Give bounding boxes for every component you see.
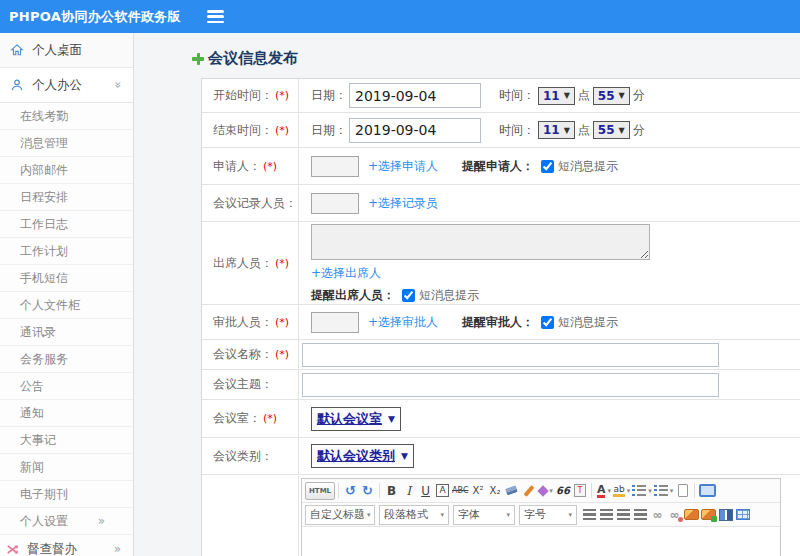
meeting-topic-input[interactable]	[302, 373, 719, 397]
font-family-select[interactable]: 字体▾	[453, 505, 515, 525]
sms-label: 短消息提示	[558, 314, 618, 331]
end-minute-select[interactable]: 55▼	[593, 121, 630, 139]
meeting-form: 开始时间：(*) 日期： 时间： 11▼ 点 55▼ 分 结束时间：(*) 日期…	[201, 78, 800, 556]
align-left-icon[interactable]	[581, 506, 598, 524]
new-page-icon[interactable]	[674, 482, 691, 500]
remove-link-icon[interactable]: ∞	[666, 506, 683, 524]
upload-image-icon[interactable]	[700, 506, 717, 524]
attendees-textarea[interactable]	[311, 224, 650, 260]
sidebar-item-personal-desktop[interactable]: 个人桌面	[0, 33, 133, 68]
sidebar-item-message-management[interactable]: 消息管理	[0, 130, 133, 157]
hour-unit-label: 点	[578, 122, 590, 139]
sidebar-item-sms[interactable]: 手机短信	[0, 265, 133, 292]
superscript-icon[interactable]: X²	[469, 482, 486, 500]
insert-image-icon[interactable]	[683, 506, 700, 524]
font-size-select[interactable]: 字号▾	[519, 505, 577, 525]
field-label: 会议记录人员：	[213, 195, 297, 212]
select-caret-icon: ▼	[619, 91, 625, 100]
sidebar-item-internal-mail[interactable]: 内部邮件	[0, 157, 133, 184]
meeting-name-input[interactable]	[302, 343, 719, 367]
sidebar-item-schedule[interactable]: 日程安排	[0, 184, 133, 211]
editor-content-area[interactable]	[302, 527, 780, 556]
sms-label: 短消息提示	[419, 287, 479, 304]
sidebar-item-personal-settings[interactable]: 个人设置 »	[0, 508, 133, 535]
approver-input[interactable]	[311, 312, 359, 333]
field-label: 开始时间：	[213, 87, 273, 104]
start-date-input[interactable]	[349, 83, 481, 108]
required-mark: (*)	[275, 348, 289, 361]
paragraph-format-select[interactable]: 段落格式▾	[379, 505, 449, 525]
highlight-color-icon[interactable]: ab▾	[612, 482, 631, 500]
start-hour-select[interactable]: 11▼	[538, 87, 575, 105]
sms-label: 短消息提示	[558, 158, 618, 175]
eraser-icon[interactable]	[503, 482, 520, 500]
insert-link-icon[interactable]: ∞	[649, 506, 666, 524]
applicant-input[interactable]	[311, 156, 359, 177]
field-label: 会议主题：	[213, 376, 273, 393]
align-justify-icon[interactable]	[632, 506, 649, 524]
hour-value: 11	[543, 123, 560, 137]
underline-icon[interactable]: U	[417, 482, 434, 500]
sidebar-item-announcement[interactable]: 公告	[0, 373, 133, 400]
choose-applicant-link[interactable]: +选择申请人	[368, 158, 438, 175]
form-row-start-time: 开始时间：(*) 日期： 时间： 11▼ 点 55▼ 分	[202, 79, 800, 113]
sidebar-item-work-log[interactable]: 工作日志	[0, 211, 133, 238]
remind-approver-label: 提醒审批人：	[462, 314, 534, 331]
border-text-icon[interactable]: A	[436, 484, 448, 497]
time-label: 时间：	[499, 87, 535, 104]
field-label: 会议名称：	[213, 346, 273, 363]
choose-attendees-link[interactable]: +选择出席人	[311, 265, 381, 282]
auto-format-icon[interactable]: ▾	[537, 482, 554, 500]
end-hour-select[interactable]: 11▼	[538, 121, 575, 139]
subscript-icon[interactable]: X₂	[486, 482, 503, 500]
choose-recorder-link[interactable]: +选择记录员	[368, 195, 438, 212]
sidebar-item-supervision[interactable]: 督查督办 »	[0, 535, 133, 556]
align-center-icon[interactable]	[598, 506, 615, 524]
format-painter-icon[interactable]	[520, 482, 537, 500]
sidebar-item-personal-file-cabinet[interactable]: 个人文件柜	[0, 292, 133, 319]
add-plus-icon	[191, 52, 205, 66]
redo-icon[interactable]: ↻	[359, 482, 376, 500]
font-color-icon[interactable]: A▾	[595, 482, 612, 500]
end-date-input[interactable]	[349, 118, 481, 143]
undo-icon[interactable]: ↺	[342, 482, 359, 500]
strikethrough-icon[interactable]: ABC	[451, 482, 469, 500]
sidebar: 个人桌面 个人办公 » 在线考勤 消息管理 内部邮件 日程安排 工作日志 工作计…	[0, 33, 134, 556]
remind-applicant-label: 提醒申请人：	[462, 158, 534, 175]
sidebar-item-personal-office[interactable]: 个人办公 »	[0, 68, 133, 103]
choose-approver-link[interactable]: +选择审批人	[368, 314, 438, 331]
sidebar-item-notice[interactable]: 通知	[0, 400, 133, 427]
bold-icon[interactable]: B	[383, 482, 400, 500]
remind-approver-checkbox[interactable]	[541, 316, 554, 329]
insert-table-icon[interactable]	[734, 506, 751, 524]
custom-title-select[interactable]: 自定义标题▾	[305, 505, 375, 525]
columns-layout-icon[interactable]	[717, 506, 734, 524]
time-label: 时间：	[499, 122, 535, 139]
unordered-list-icon[interactable]: ▾	[653, 482, 675, 500]
meeting-category-select[interactable]: 默认会议类别▼	[311, 444, 414, 468]
ordered-list-icon[interactable]: ▾	[631, 482, 653, 500]
start-minute-select[interactable]: 55▼	[593, 87, 630, 105]
hamburger-menu-icon[interactable]	[207, 10, 224, 23]
sidebar-item-news[interactable]: 新闻	[0, 454, 133, 481]
sidebar-item-label: 个人办公	[32, 77, 82, 94]
paste-text-icon[interactable]: T	[571, 482, 588, 500]
meeting-room-select[interactable]: 默认会议室▼	[311, 407, 401, 431]
sidebar-item-work-plan[interactable]: 工作计划	[0, 238, 133, 265]
sidebar-item-contacts[interactable]: 通讯录	[0, 319, 133, 346]
sidebar-item-e-journal[interactable]: 电子期刊	[0, 481, 133, 508]
sidebar-item-online-attendance[interactable]: 在线考勤	[0, 103, 133, 130]
remind-attendees-checkbox[interactable]	[402, 289, 415, 302]
remind-applicant-checkbox[interactable]	[541, 160, 554, 173]
sidebar-item-memorabilia[interactable]: 大事记	[0, 427, 133, 454]
fullscreen-icon[interactable]	[698, 482, 717, 500]
page-title: 会议信息发布	[191, 49, 298, 68]
italic-icon[interactable]: I	[400, 482, 417, 500]
recorder-input[interactable]	[311, 193, 359, 214]
blockquote-icon[interactable]: 66	[554, 482, 571, 500]
sidebar-item-conference-services[interactable]: 会务服务	[0, 346, 133, 373]
align-right-icon[interactable]	[615, 506, 632, 524]
editor-toolbar-row-2: 自定义标题▾ 段落格式▾ 字体▾ 字号▾ ∞ ∞	[302, 503, 780, 527]
html-source-button[interactable]: HTML	[305, 482, 335, 500]
required-mark: (*)	[263, 160, 277, 173]
